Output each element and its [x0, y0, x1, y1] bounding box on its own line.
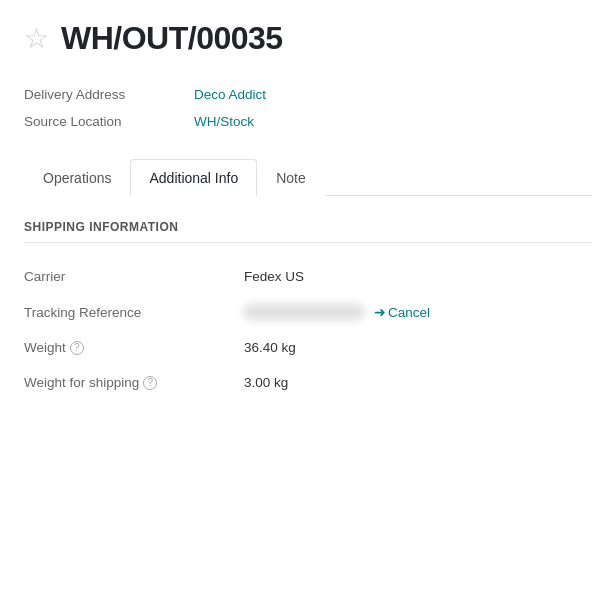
carrier-value: Fedex US: [244, 269, 304, 284]
tracking-reference-row: Tracking Reference ➜ Cancel: [24, 294, 592, 330]
arrow-right-icon: ➜: [374, 304, 386, 320]
weight-row: Weight ? 36.40 kg: [24, 330, 592, 365]
carrier-row: Carrier Fedex US: [24, 259, 592, 294]
tabs-bar: Operations Additional Info Note: [24, 159, 592, 196]
tab-note[interactable]: Note: [257, 159, 325, 196]
delivery-address-row: Delivery Address Deco Addict: [24, 81, 592, 108]
weight-for-shipping-row: Weight for shipping ? 3.00 kg: [24, 365, 592, 400]
weight-value: 36.40 kg: [244, 340, 296, 355]
shipping-section-title: SHIPPING INFORMATION: [24, 220, 592, 243]
cancel-tracking-link[interactable]: ➜ Cancel: [374, 304, 430, 320]
weight-label: Weight ?: [24, 340, 244, 355]
page-title: WH/OUT/00035: [61, 20, 283, 57]
tracking-reference-label: Tracking Reference: [24, 305, 244, 320]
source-location-value[interactable]: WH/Stock: [194, 114, 254, 129]
tab-content-additional-info: SHIPPING INFORMATION Carrier Fedex US Tr…: [24, 220, 592, 400]
source-location-row: Source Location WH/Stock: [24, 108, 592, 135]
favorite-star-icon[interactable]: ☆: [24, 25, 49, 53]
delivery-address-value[interactable]: Deco Addict: [194, 87, 266, 102]
weight-for-shipping-tooltip-icon[interactable]: ?: [143, 376, 157, 390]
weight-for-shipping-label: Weight for shipping ?: [24, 375, 244, 390]
weight-for-shipping-value: 3.00 kg: [244, 375, 288, 390]
source-location-label: Source Location: [24, 114, 194, 129]
page-header: ☆ WH/OUT/00035: [24, 20, 592, 57]
tab-additional-info[interactable]: Additional Info: [130, 159, 257, 196]
carrier-label: Carrier: [24, 269, 244, 284]
tracking-reference-blurred: [244, 304, 364, 320]
tab-operations[interactable]: Operations: [24, 159, 130, 196]
tracking-value-wrapper: ➜ Cancel: [244, 304, 430, 320]
weight-tooltip-icon[interactable]: ?: [70, 341, 84, 355]
delivery-address-label: Delivery Address: [24, 87, 194, 102]
fields-section: Delivery Address Deco Addict Source Loca…: [24, 81, 592, 135]
